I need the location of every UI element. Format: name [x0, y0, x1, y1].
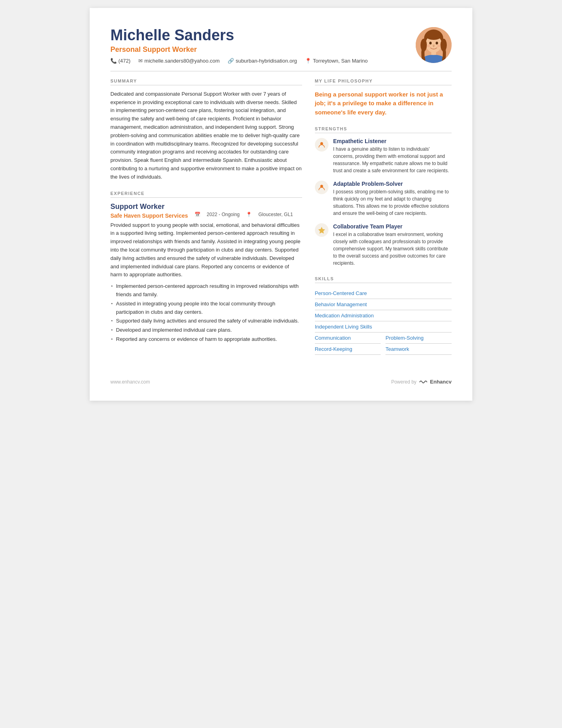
bullet-item: Developed and implemented individual car…: [110, 326, 302, 334]
skill-row-4: Independent Living Skills: [315, 321, 452, 333]
strength-3-name: Collaborative Team Player: [333, 223, 452, 230]
email-icon: ✉: [138, 58, 143, 64]
svg-point-5: [426, 32, 442, 40]
header-left: Michelle Sanders Personal Support Worker…: [110, 27, 367, 64]
exp-date: 2022 - Ongoing: [207, 212, 240, 217]
skill-teamwork: Teamwork: [385, 344, 452, 355]
skill-medication-admin: Medication Administration: [315, 310, 452, 321]
contact-row: 📞 (472) ✉ michelle.sanders80@yahoo.com 🔗…: [110, 58, 367, 64]
main-content: SUMMARY Dedicated and compassionate Pers…: [110, 79, 452, 365]
strength-item-3: Collaborative Team Player I excel in a c…: [315, 223, 452, 267]
contact-email: ✉ michelle.sanders80@yahoo.com: [138, 58, 220, 64]
philosophy-section: MY LIFE PHILOSOPHY Being a personal supp…: [315, 79, 452, 117]
job-title: Support Worker: [110, 203, 302, 211]
phone-icon: 📞: [110, 58, 117, 64]
brand-name: Enhancv: [430, 379, 452, 385]
exp-location: Gloucester, GL1: [258, 212, 293, 217]
skill-record-keeping: Record-Keeping: [315, 344, 381, 355]
resume-page: Michelle Sanders Personal Support Worker…: [90, 8, 472, 401]
skills-grid: Person-Centered Care Behavior Management…: [315, 288, 452, 355]
strength-item-2: Adaptable Problem-Solver I possess stron…: [315, 181, 452, 217]
skill-row-2: Behavior Management: [315, 299, 452, 310]
exp-company-row: Safe Haven Support Services 📅 2022 - Ong…: [110, 212, 302, 220]
strength-3-content: Collaborative Team Player I excel in a c…: [333, 223, 452, 267]
skill-independent-living: Independent Living Skills: [315, 321, 452, 333]
skill-row-6: Record-Keeping Teamwork: [315, 344, 452, 355]
strength-3-desc: I excel in a collaborative team environm…: [333, 231, 452, 267]
header-divider: [110, 71, 452, 71]
exp-bullets-list: Implemented person-centered approach res…: [110, 282, 302, 344]
bullet-item: Reported any concerns or evidence of har…: [110, 335, 302, 344]
strength-icon-listener: [315, 138, 328, 152]
skill-problem-solving: Problem-Solving: [385, 333, 452, 344]
skill-communication: Communication: [315, 333, 381, 344]
link-icon: 🔗: [228, 58, 234, 64]
skills-section: SKILLS Person-Centered Care Behavior Man…: [315, 276, 452, 355]
contact-website: 🔗 suburban-hybridisation.org: [228, 58, 297, 64]
strength-icon-teamplayer: [315, 223, 328, 237]
skill-row-5: Communication Problem-Solving: [315, 333, 452, 344]
strength-item-1: Empathetic Listener I have a genuine abi…: [315, 138, 452, 174]
strength-2-content: Adaptable Problem-Solver I possess stron…: [333, 181, 452, 217]
exp-company-name: Safe Haven Support Services: [110, 212, 188, 219]
svg-point-6: [429, 42, 432, 45]
summary-text: Dedicated and compassionate Personal Sup…: [110, 90, 302, 181]
location-pin-icon: 📍: [246, 212, 252, 217]
calendar-icon: 📅: [195, 212, 200, 217]
experience-section: EXPERIENCE Support Worker Safe Haven Sup…: [110, 191, 302, 344]
strengths-section-title: STRENGTHS: [315, 126, 452, 133]
footer-brand: Powered by Enhancv: [391, 379, 452, 385]
left-column: SUMMARY Dedicated and compassionate Pers…: [110, 79, 302, 365]
contact-phone: 📞 (472): [110, 58, 130, 64]
strength-2-name: Adaptable Problem-Solver: [333, 181, 452, 187]
experience-section-title: EXPERIENCE: [110, 191, 302, 198]
summary-section: SUMMARY Dedicated and compassionate Pers…: [110, 79, 302, 181]
exp-description: Provided support to young people with so…: [110, 221, 302, 279]
powered-by-label: Powered by: [391, 379, 416, 385]
philosophy-section-title: MY LIFE PHILOSOPHY: [315, 79, 452, 85]
bullet-item: Supported daily living activities and en…: [110, 317, 302, 325]
strength-1-desc: I have a genuine ability to listen to in…: [333, 146, 452, 174]
location-icon: 📍: [305, 58, 311, 64]
candidate-name: Michelle Sanders: [110, 27, 367, 44]
right-column: MY LIFE PHILOSOPHY Being a personal supp…: [315, 79, 452, 365]
skill-row-1: Person-Centered Care: [315, 288, 452, 299]
skill-row-3: Medication Administration: [315, 310, 452, 321]
svg-point-10: [437, 45, 441, 47]
strength-1-content: Empathetic Listener I have a genuine abi…: [333, 138, 452, 174]
bullet-item: Assisted in integrating young people int…: [110, 300, 302, 317]
contact-location: 📍 Torreytown, San Marino: [305, 58, 367, 64]
svg-rect-8: [431, 51, 436, 55]
candidate-title: Personal Support Worker: [110, 45, 367, 54]
skill-person-centered-care: Person-Centered Care: [315, 288, 452, 299]
skills-section-title: SKILLS: [315, 276, 452, 283]
svg-point-7: [436, 42, 438, 45]
header: Michelle Sanders Personal Support Worker…: [110, 27, 452, 64]
strength-1-name: Empathetic Listener: [333, 138, 452, 144]
strength-icon-solver: [315, 181, 328, 194]
summary-section-title: SUMMARY: [110, 79, 302, 85]
enhancv-icon: [419, 379, 428, 385]
strengths-section: STRENGTHS Empathetic Listener I have a g…: [315, 126, 452, 267]
footer: www.enhancv.com Powered by Enhancv: [110, 379, 452, 385]
svg-marker-14: [318, 227, 325, 234]
skill-behavior-management: Behavior Management: [315, 299, 452, 310]
avatar: [416, 27, 452, 63]
philosophy-text: Being a personal support worker is not j…: [315, 90, 452, 117]
footer-website: www.enhancv.com: [110, 379, 150, 385]
bullet-item: Implemented person-centered approach res…: [110, 282, 302, 299]
strength-2-desc: I possess strong problem-solving skills,…: [333, 188, 452, 217]
exp-meta: 📅 2022 - Ongoing 📍 Gloucester, GL1: [195, 212, 293, 217]
svg-point-9: [426, 45, 430, 47]
